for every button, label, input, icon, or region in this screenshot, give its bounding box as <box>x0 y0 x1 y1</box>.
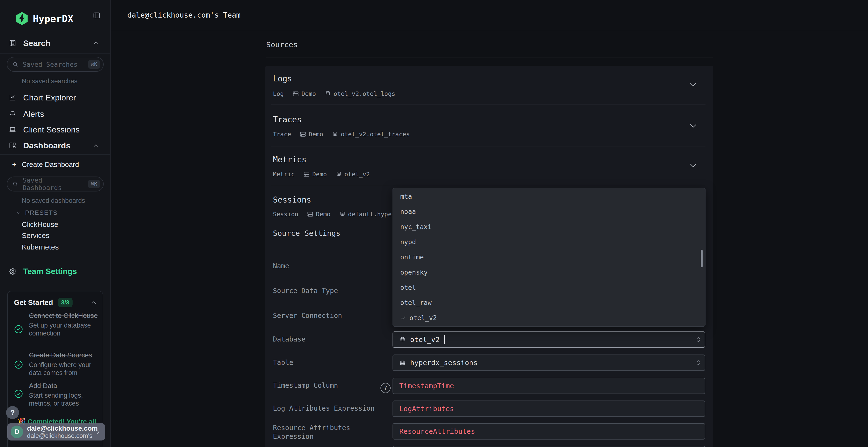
server-icon <box>303 171 310 177</box>
profile-chip[interactable]: D dale@clickhouse.com dale@clickhouse.co… <box>7 423 105 441</box>
label-name: Name <box>273 262 289 270</box>
source-connection: Demo <box>301 90 316 97</box>
question-mark-icon: ? <box>10 409 15 417</box>
hyperdx-logo-icon <box>15 11 29 26</box>
dropdown-option[interactable]: otel_raw <box>393 295 705 310</box>
search-icon <box>12 181 19 187</box>
label-server-connection: Server Connection <box>273 312 342 320</box>
dropdown-option[interactable]: nyc_taxi <box>393 219 705 234</box>
resource-attributes-field[interactable]: ResourceAttributes <box>393 423 705 440</box>
chevron-down-icon[interactable] <box>689 123 697 129</box>
get-started-item-subtitle: Start sending logs, metrics, or traces <box>29 391 99 408</box>
team-title: dale@clickhouse.com's Team <box>127 11 241 19</box>
source-connection: Demo <box>316 211 330 218</box>
sidebar-item-alerts[interactable]: Alerts <box>0 107 111 121</box>
chevron-down-icon[interactable] <box>689 163 697 168</box>
dropdown-option[interactable]: otel <box>393 280 705 295</box>
chevron-down-icon[interactable] <box>689 82 697 87</box>
chevron-up-icon <box>93 40 99 46</box>
dropdown-option-selected[interactable]: otel_v2 <box>393 310 705 325</box>
timestamp-column-value: TimestampTime <box>399 382 454 390</box>
chevron-down-icon <box>16 210 22 216</box>
get-started-item[interactable]: Add Data Start sending logs, metrics, or… <box>29 381 99 408</box>
database-icon <box>324 91 331 97</box>
get-started-title: Get Started <box>14 299 53 307</box>
label-resource-attributes: Resource Attributes Expression <box>273 424 355 441</box>
sidebar-item-kubernetes[interactable]: Kubernetes <box>22 243 59 251</box>
source-kind: Log <box>273 90 284 97</box>
search-icon <box>12 61 19 68</box>
app-title: HyperDX <box>33 13 73 24</box>
sidebar-item-chart-explorer[interactable]: Chart Explorer <box>0 91 111 104</box>
database-icon <box>399 337 406 343</box>
get-started-progress-badge: 3/3 <box>58 298 72 307</box>
select-chevrons-icon[interactable] <box>695 335 701 344</box>
timestamp-column-field[interactable]: TimestampTime <box>393 378 705 394</box>
sidebar-item-clickhouse[interactable]: ClickHouse <box>22 221 58 228</box>
dropdown-option[interactable]: noaa <box>393 204 705 219</box>
source-meta-logs: Log Demo otel_v2.otel_logs <box>273 90 395 98</box>
help-icon[interactable]: ? <box>380 383 391 393</box>
create-dashboard-label: Create Dashboard <box>22 161 79 169</box>
table-field[interactable]: hyperdx_sessions <box>393 354 705 371</box>
source-meta-metrics: Metric Demo otel_v2 <box>273 170 370 178</box>
help-button[interactable]: ? <box>6 406 19 419</box>
page-title: Sources <box>266 40 298 49</box>
sidebar-item-client-sessions[interactable]: Client Sessions <box>0 123 111 136</box>
sidebar-item-services[interactable]: Services <box>22 232 50 239</box>
presets-label: PRESETS <box>25 209 58 216</box>
dropdown-option[interactable]: ontime <box>393 249 705 265</box>
saved-dashboards-input[interactable]: Saved Dashboards ⌘K <box>7 176 104 192</box>
sidebar-item-label: Alerts <box>23 109 44 119</box>
sidebar-item-label: Search <box>23 38 51 48</box>
sidebar-item-label: Client Sessions <box>23 125 80 134</box>
source-kind: Metric <box>273 171 294 178</box>
create-dashboard-button[interactable]: + Create Dashboard <box>12 160 79 169</box>
source-heading-logs: Logs <box>273 74 292 83</box>
source-heading-metrics: Metrics <box>273 155 306 165</box>
source-meta-traces: Trace Demo otel_v2.otel_traces <box>273 130 410 138</box>
get-started-item[interactable]: Connect to ClickHouse Set up your databa… <box>29 311 99 337</box>
database-value: otel_v2 <box>410 336 439 344</box>
source-table: otel_v2.otel_logs <box>334 90 395 97</box>
source-connection: Demo <box>309 131 323 138</box>
chart-icon <box>9 94 17 101</box>
check-icon <box>400 315 406 321</box>
sidebar-item-label: Dashboards <box>23 141 71 150</box>
dropdown-option[interactable]: mta <box>393 189 705 204</box>
server-icon <box>300 131 306 138</box>
collapse-sidebar-icon[interactable] <box>93 11 101 19</box>
laptop-icon <box>9 126 17 133</box>
get-started-item[interactable]: Create Data Sources Configure where your… <box>29 351 99 377</box>
get-started-item-subtitle: Configure where your data comes from <box>29 361 99 377</box>
server-icon <box>292 91 299 97</box>
dropdown-option[interactable]: nypd <box>393 234 705 249</box>
get-started-item-title: Add Data <box>29 381 99 390</box>
database-field[interactable]: otel_v2 <box>393 332 705 348</box>
table-value: hyperdx_sessions <box>410 358 477 367</box>
sidebar-item-label: Chart Explorer <box>23 93 76 102</box>
source-connection: Demo <box>312 171 327 178</box>
server-icon <box>307 211 313 217</box>
sidebar-item-dashboards[interactable]: Dashboards <box>0 139 111 152</box>
next-field-partial[interactable] <box>393 446 705 447</box>
select-chevrons-icon[interactable] <box>695 358 701 367</box>
dropdown-scrollbar[interactable] <box>701 250 703 267</box>
title-divider <box>266 58 713 58</box>
sidebar-item-team-settings[interactable]: Team Settings <box>9 267 77 276</box>
chevron-up-icon <box>93 142 99 149</box>
profile-subtitle: dale@clickhouse.com's <box>27 432 95 439</box>
profile-name: dale@clickhouse.com <box>27 424 95 432</box>
presets-toggle[interactable]: PRESETS <box>16 209 58 216</box>
log-attributes-field[interactable]: LogAttributes <box>393 401 705 417</box>
source-settings-title: Source Settings <box>273 228 340 238</box>
dropdown-option[interactable]: opensky <box>393 265 705 280</box>
get-started-item-subtitle: Set up your database connection <box>29 321 99 337</box>
saved-searches-input[interactable]: Saved Searches ⌘K <box>7 57 104 72</box>
source-table: otel_v2.otel_traces <box>341 131 410 138</box>
label-database: Database <box>273 335 306 343</box>
get-started-item-title: Connect to ClickHouse <box>29 311 99 320</box>
sidebar-item-search[interactable]: Search <box>0 36 111 50</box>
chevron-up-icon[interactable] <box>90 299 97 306</box>
label-log-attributes: Log Attributes Expression <box>273 404 374 413</box>
